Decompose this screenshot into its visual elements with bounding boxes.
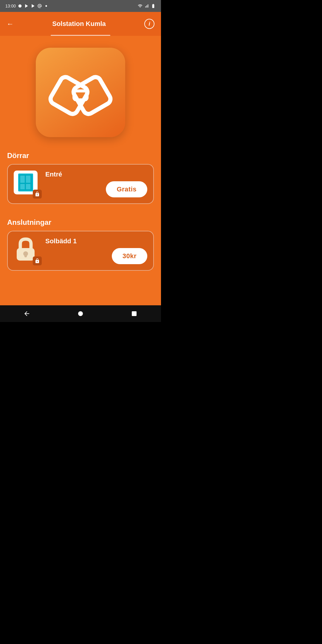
svg-rect-13 — [26, 184, 30, 189]
logo-area — [0, 36, 161, 146]
solbädd-card: Solbädd 1 30kr — [7, 231, 154, 271]
play-icon — [24, 4, 29, 8]
svg-rect-16 — [24, 254, 27, 257]
door-lock-badge — [33, 190, 42, 199]
lock-badge2-icon — [35, 258, 40, 264]
signal-icon — [144, 4, 149, 8]
status-time: 13:00 — [5, 4, 16, 8]
wifi-icon — [138, 4, 143, 8]
entry-info: Entré Gratis — [45, 171, 147, 197]
status-bar-right — [138, 4, 156, 8]
entry-button[interactable]: Gratis — [106, 181, 147, 197]
nav-home-icon — [77, 310, 84, 317]
connections-title: Anslutningar — [7, 218, 154, 227]
battery-icon — [151, 4, 156, 8]
doors-title: Dörrar — [7, 151, 154, 160]
nav-back-icon — [23, 310, 30, 317]
status-bar-left: 13:00 — [5, 4, 49, 8]
svg-marker-2 — [32, 4, 34, 8]
at-icon — [37, 4, 42, 8]
status-bar: 13:00 — [0, 0, 161, 12]
solbädd-name: Solbädd 1 — [45, 237, 147, 245]
entry-icon-wrap — [14, 171, 41, 197]
svg-marker-1 — [25, 4, 28, 8]
svg-point-7 — [78, 101, 83, 106]
dot-icon — [44, 4, 49, 8]
main-content: Dörrar — [0, 36, 161, 305]
svg-point-3 — [45, 5, 47, 7]
entry-name: Entré — [45, 171, 147, 178]
app-header: ← Solstation Kumla i — [0, 12, 161, 36]
svg-rect-11 — [26, 176, 30, 183]
nav-back-button[interactable] — [18, 308, 36, 320]
app-logo — [48, 60, 113, 125]
info-button[interactable]: i — [144, 19, 154, 29]
nav-recent-button[interactable] — [125, 308, 143, 320]
door-svg — [17, 172, 35, 193]
entry-card: Entré Gratis — [7, 164, 154, 204]
solbädd-icon-wrap — [14, 237, 41, 264]
svg-point-17 — [78, 311, 83, 316]
solbädd-info: Solbädd 1 30kr — [45, 237, 147, 264]
bottom-nav — [0, 305, 161, 322]
lock-badge-icon — [35, 191, 40, 197]
svg-rect-10 — [20, 176, 25, 183]
play2-icon — [31, 4, 35, 8]
page-title: Solstation Kumla — [14, 20, 144, 28]
logo-box — [36, 48, 125, 137]
svg-point-0 — [18, 4, 22, 8]
svg-rect-18 — [132, 311, 137, 316]
doors-section: Dörrar — [0, 146, 161, 213]
svg-rect-12 — [20, 184, 25, 189]
nav-home-button[interactable] — [72, 308, 89, 320]
connections-section: Anslutningar — [0, 213, 161, 280]
back-button[interactable]: ← — [7, 20, 14, 27]
solbädd-button[interactable]: 30kr — [112, 248, 147, 264]
solbädd-lock-badge — [33, 256, 42, 265]
circle-icon — [18, 4, 22, 8]
nav-recent-icon — [131, 310, 138, 317]
